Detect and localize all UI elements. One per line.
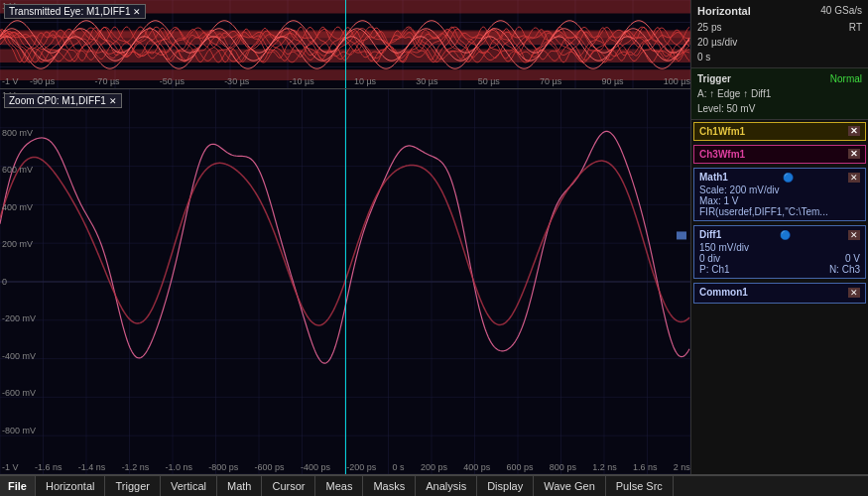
menu-bar: File Horizontal Trigger Vertical Math Cu… (0, 474, 868, 496)
trigger-level: Level: 50 mV (697, 101, 862, 116)
menu-vertical[interactable]: Vertical (161, 476, 217, 496)
content-area: Transmitted Eye: M1,DIFF1 ✕ 1 V -1 V -90… (0, 0, 868, 474)
common-close[interactable]: ✕ (848, 288, 860, 298)
diff-voltage: 0 V (845, 253, 860, 264)
ch1-close[interactable]: ✕ (848, 126, 860, 136)
menu-meas[interactable]: Meas (315, 476, 363, 496)
common-title: Common1 (699, 287, 748, 298)
trigger-type: A: ↑ Edge ↑ (697, 88, 751, 99)
math-scale: Scale: 200 mV/div (699, 185, 860, 195)
sample-rate: 40 GSa/s (820, 3, 862, 20)
ch1-box[interactable]: Ch1Wfm1 ✕ (693, 122, 866, 141)
math-icon: 🔵 (783, 173, 794, 183)
ch1-label: Ch1Wfm1 (699, 126, 745, 137)
common-box[interactable]: Common1 ✕ (693, 283, 866, 304)
diff-n: N: Ch3 (829, 264, 860, 275)
menu-masks[interactable]: Masks (363, 476, 416, 496)
top-waveform: Transmitted Eye: M1,DIFF1 ✕ 1 V -1 V -90… (0, 0, 690, 89)
ch3-label: Ch3Wfm1 (699, 149, 745, 160)
record-length: 25 ps (697, 20, 721, 35)
zoom-close[interactable]: ✕ (109, 96, 117, 106)
menu-file[interactable]: File (0, 476, 36, 496)
diff-close[interactable]: ✕ (848, 230, 860, 240)
diff-div: 0 div (699, 253, 720, 264)
math-box[interactable]: Math1 🔵 ✕ Scale: 200 mV/div Max: 1 V FIR… (693, 168, 866, 221)
math-title: Math1 (699, 172, 728, 183)
main-cursor-line (345, 89, 346, 474)
diff-p: P: Ch1 (699, 264, 730, 275)
horiz-mode: RT (849, 20, 862, 35)
top-waveform-close[interactable]: ✕ (133, 7, 141, 17)
menu-analysis[interactable]: Analysis (416, 476, 477, 496)
menu-display[interactable]: Display (477, 476, 534, 496)
ch3-close[interactable]: ✕ (848, 149, 860, 159)
trigger-title: Trigger (697, 71, 731, 86)
menu-horizontal[interactable]: Horizontal (36, 476, 106, 496)
trigger-status: Normal (830, 71, 862, 86)
right-panel: Horizontal 40 GSa/s 25 ps RT 20 µs/div 0… (691, 0, 868, 474)
trigger-source: Diff1 (751, 88, 771, 99)
diff-title: Diff1 (699, 229, 721, 240)
menu-math[interactable]: Math (217, 476, 262, 496)
scope-area: Transmitted Eye: M1,DIFF1 ✕ 1 V -1 V -90… (0, 0, 691, 474)
horizontal-info: Horizontal 40 GSa/s 25 ps RT 20 µs/div 0… (691, 0, 868, 68)
menu-trigger[interactable]: Trigger (105, 476, 160, 496)
diff-scale: 150 mV/div (699, 242, 860, 253)
math-close[interactable]: ✕ (848, 173, 860, 183)
time-div: 20 µs/div (697, 35, 862, 50)
menu-pulsesrc[interactable]: Pulse Src (606, 476, 674, 496)
menu-wavegen[interactable]: Wave Gen (534, 476, 606, 496)
cursor-line (345, 0, 346, 88)
trigger-info: Trigger Normal A: ↑ Edge ↑ Diff1 Level: … (691, 68, 868, 120)
horizontal-title: Horizontal (697, 3, 751, 20)
menu-cursor[interactable]: Cursor (262, 476, 315, 496)
math-fir: FIR(userdef,DIFF1,"C:\Tem... (699, 206, 860, 217)
main-container: Transmitted Eye: M1,DIFF1 ✕ 1 V -1 V -90… (0, 0, 868, 496)
diff-box[interactable]: Diff1 🔵 ✕ 150 mV/div 0 div 0 V P: Ch1 N:… (693, 225, 866, 279)
math-max: Max: 1 V (699, 195, 860, 206)
ch3-box[interactable]: Ch3Wfm1 ✕ (693, 145, 866, 164)
top-waveform-label[interactable]: Transmitted Eye: M1,DIFF1 ✕ (4, 4, 146, 19)
delay: 0 s (697, 50, 862, 64)
diff-icon: 🔵 (780, 230, 791, 240)
zoom-label[interactable]: Zoom CP0: M1,DIFF1 ✕ (4, 93, 122, 108)
main-waveform: Zoom CP0: M1,DIFF1 ✕ 1 V 800 mV 600 mV 4… (0, 89, 690, 474)
